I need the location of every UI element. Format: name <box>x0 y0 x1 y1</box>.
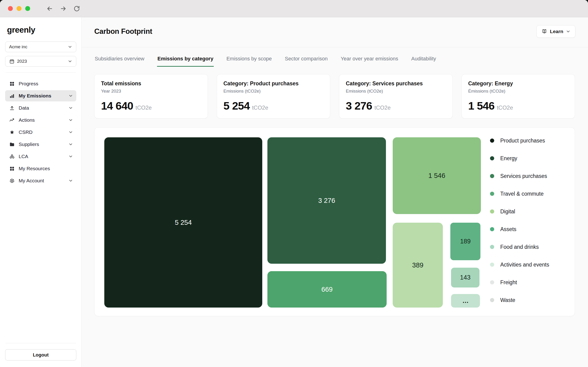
year-select-value: 2023 <box>17 59 27 64</box>
chevron-down-icon <box>68 106 73 110</box>
stat-card-title: Category: Product purchases <box>223 80 324 87</box>
sidebar-item-my-account[interactable]: My Account <box>5 175 76 186</box>
legend-item[interactable]: Waste <box>490 291 549 309</box>
sidebar-item-csrd[interactable]: CSRD <box>5 127 76 138</box>
sidebar-item-label: My Emissions <box>19 93 51 99</box>
window-controls <box>8 6 30 11</box>
back-button[interactable] <box>45 4 54 13</box>
legend-item[interactable]: Energy <box>490 150 549 167</box>
year-select[interactable]: 2023 <box>5 56 76 67</box>
treemap-block-value: … <box>462 297 469 305</box>
main-content: Carbon Footprint Learn Subsidiaries over… <box>82 17 588 367</box>
legend-item[interactable]: Digital <box>490 203 549 220</box>
sidebar-item-label: Progress <box>19 81 38 86</box>
maximize-window-button[interactable] <box>25 6 30 11</box>
stat-card-value: 1 546 <box>468 99 495 112</box>
treemap-block[interactable]: 669 <box>267 271 387 308</box>
legend-item[interactable]: Food and drinks <box>490 238 549 256</box>
tab-subsidiaries-overview[interactable]: Subsidiaries overview <box>94 56 145 67</box>
stat-card-subtitle: Year 2023 <box>101 89 201 94</box>
stat-card-title: Total emissions <box>101 80 201 87</box>
legend-label: Product purchases <box>500 138 545 144</box>
sidebar-item-my-emissions[interactable]: My Emissions <box>5 90 76 101</box>
treemap-block-overflow[interactable]: … <box>451 294 480 308</box>
chevron-down-icon <box>566 29 571 34</box>
stat-card-value: 5 254 <box>223 99 250 112</box>
sidebar-item-suppliers[interactable]: Suppliers <box>5 139 76 150</box>
learn-button-label: Learn <box>550 29 563 34</box>
sidebar-item-my-resources[interactable]: My Resources <box>5 163 76 174</box>
learn-button[interactable]: Learn <box>537 25 575 38</box>
gear-icon <box>9 178 15 184</box>
stat-card-title: Category: Services purchases <box>346 80 446 87</box>
folder-icon <box>9 141 15 148</box>
treemap-block[interactable]: 5 254 <box>104 137 262 308</box>
sidebar-nav: Progress My Emissions Data <box>5 78 76 186</box>
stat-card-subtitle: Emissions (tCO2e) <box>223 89 324 94</box>
chevron-down-icon <box>68 59 72 64</box>
tab-sector-comparison[interactable]: Sector comparison <box>284 56 328 67</box>
legend-dot <box>490 245 494 249</box>
legend-dot <box>490 139 494 143</box>
logout-button[interactable]: Logout <box>5 349 76 360</box>
treemap-block[interactable]: 1 546 <box>393 137 481 214</box>
chevron-down-icon <box>68 178 73 183</box>
grid-icon <box>9 166 15 172</box>
forward-arrow-icon <box>60 5 67 12</box>
grid-icon <box>9 81 15 87</box>
legend-label: Food and drinks <box>500 244 539 250</box>
legend-item[interactable]: Freight <box>490 274 549 291</box>
stat-card-unit: tCO2e <box>375 104 391 111</box>
treemap-block[interactable]: 189 <box>450 223 480 260</box>
legend-label: Services purchases <box>500 173 547 179</box>
tab-emissions-by-category[interactable]: Emissions by category <box>157 56 214 67</box>
stat-card-energy: Category: Energy Émissions (tCO2e) 1 546… <box>461 74 575 118</box>
chevron-down-icon <box>68 142 73 147</box>
tab-auditability[interactable]: Auditability <box>411 56 436 67</box>
treemap-block[interactable]: 3 276 <box>267 137 386 264</box>
treemap-block[interactable]: 389 <box>393 223 443 308</box>
stat-card-services-purchases: Category: Services purchases Emissions (… <box>339 74 453 118</box>
legend-dot <box>490 209 494 214</box>
legend-label: Energy <box>500 155 517 162</box>
legend-dot <box>490 298 494 302</box>
minimize-window-button[interactable] <box>17 6 21 11</box>
sidebar-item-label: Actions <box>19 117 35 123</box>
legend-item[interactable]: Assets <box>490 220 549 238</box>
legend-item[interactable]: Activities and events <box>490 256 549 274</box>
close-window-button[interactable] <box>8 6 13 11</box>
stat-card-subtitle: Émissions (tCO2e) <box>468 89 568 94</box>
legend-item[interactable]: Product purchases <box>490 132 549 150</box>
upload-icon <box>9 105 15 111</box>
sidebar-item-actions[interactable]: Actions <box>5 115 76 126</box>
legend-label: Travel & commute <box>500 191 544 197</box>
stat-card-unit: tCO2e <box>136 104 152 111</box>
legend-dot <box>490 174 494 178</box>
treemap-legend: Product purchases Energy Services purcha… <box>490 132 549 309</box>
stat-card-value: 14 640 <box>101 99 133 112</box>
legend-dot <box>490 280 494 284</box>
treemap-block-value: 143 <box>460 274 470 281</box>
company-select[interactable]: Acme inc <box>5 42 76 52</box>
reload-button[interactable] <box>72 4 81 13</box>
legend-item[interactable]: Travel & commute <box>490 185 549 203</box>
tab-emissions-by-scope[interactable]: Emissions by scope <box>226 56 272 67</box>
treemap-block[interactable]: 143 <box>451 268 479 287</box>
sidebar-footer: Logout <box>0 343 81 367</box>
treemap-block-value: 669 <box>321 286 332 293</box>
forward-button[interactable] <box>59 4 68 13</box>
tab-year-over-year-emissions[interactable]: Year over year emissions <box>340 56 399 67</box>
legend-label: Digital <box>500 209 515 215</box>
page-title: Carbon Footprint <box>94 27 152 36</box>
browser-chrome <box>0 0 588 17</box>
company-select-value: Acme inc <box>9 44 27 50</box>
sidebar-item-data[interactable]: Data <box>5 102 76 114</box>
legend-label: Activities and events <box>500 262 549 268</box>
chevron-down-icon <box>68 93 73 98</box>
sidebar-item-progress[interactable]: Progress <box>5 78 76 89</box>
treemap-block-value: 3 276 <box>318 197 335 204</box>
chevron-down-icon <box>68 130 73 134</box>
sidebar-item-lca[interactable]: LCA <box>5 151 76 162</box>
legend-item[interactable]: Services purchases <box>490 167 549 185</box>
legend-label: Waste <box>500 297 515 303</box>
